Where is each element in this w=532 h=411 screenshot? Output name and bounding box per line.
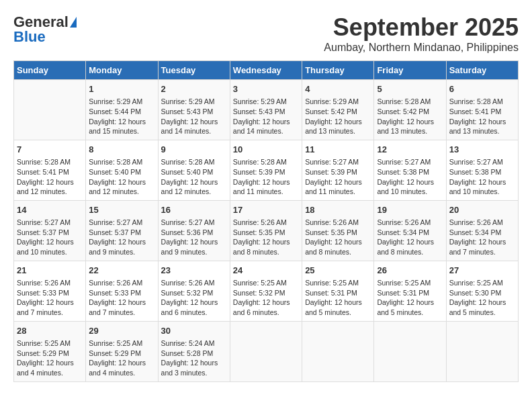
calendar-weekday-header: Wednesday <box>230 61 302 80</box>
day-number: 27 <box>449 265 515 277</box>
day-info: Sunrise: 5:25 AM Sunset: 5:32 PM Dayligh… <box>233 278 299 318</box>
calendar-week-row: 7Sunrise: 5:28 AM Sunset: 5:41 PM Daylig… <box>14 140 519 200</box>
day-info: Sunrise: 5:28 AM Sunset: 5:40 PM Dayligh… <box>161 157 227 197</box>
calendar-day-cell: 3Sunrise: 5:29 AM Sunset: 5:43 PM Daylig… <box>230 80 302 140</box>
calendar-day-cell: 17Sunrise: 5:26 AM Sunset: 5:35 PM Dayli… <box>230 200 302 261</box>
title-block: September 2025 Aumbay, Northern Mindanao… <box>324 13 519 54</box>
day-number: 28 <box>17 325 83 337</box>
day-info: Sunrise: 5:26 AM Sunset: 5:34 PM Dayligh… <box>377 218 443 257</box>
day-number: 16 <box>161 204 227 216</box>
day-number: 7 <box>17 144 83 156</box>
day-number: 2 <box>161 83 227 95</box>
location-text: Aumbay, Northern Mindanao, Philippines <box>324 42 519 54</box>
calendar-day-cell: 22Sunrise: 5:26 AM Sunset: 5:33 PM Dayli… <box>86 261 158 321</box>
calendar-day-cell: 26Sunrise: 5:25 AM Sunset: 5:31 PM Dayli… <box>374 261 446 321</box>
day-info: Sunrise: 5:28 AM Sunset: 5:41 PM Dayligh… <box>17 157 83 197</box>
calendar-day-cell: 21Sunrise: 5:26 AM Sunset: 5:33 PM Dayli… <box>14 261 86 321</box>
day-info: Sunrise: 5:27 AM Sunset: 5:38 PM Dayligh… <box>377 157 443 197</box>
day-info: Sunrise: 5:26 AM Sunset: 5:33 PM Dayligh… <box>89 278 154 318</box>
calendar-day-cell: 15Sunrise: 5:27 AM Sunset: 5:37 PM Dayli… <box>86 200 158 261</box>
calendar-day-cell: 19Sunrise: 5:26 AM Sunset: 5:34 PM Dayli… <box>374 200 446 261</box>
day-number: 18 <box>305 204 371 216</box>
day-number: 20 <box>449 204 515 216</box>
calendar-day-cell: 8Sunrise: 5:28 AM Sunset: 5:40 PM Daylig… <box>86 140 158 200</box>
day-number: 29 <box>89 325 154 337</box>
calendar-weekday-header: Friday <box>374 61 446 80</box>
calendar-day-cell: 2Sunrise: 5:29 AM Sunset: 5:43 PM Daylig… <box>158 80 230 140</box>
day-number: 13 <box>449 144 515 156</box>
calendar-table: SundayMondayTuesdayWednesdayThursdayFrid… <box>13 60 519 382</box>
day-info: Sunrise: 5:26 AM Sunset: 5:33 PM Dayligh… <box>17 278 83 318</box>
calendar-weekday-header: Sunday <box>14 61 86 80</box>
day-info: Sunrise: 5:28 AM Sunset: 5:41 PM Dayligh… <box>449 97 515 136</box>
calendar-day-cell <box>14 80 86 140</box>
day-info: Sunrise: 5:24 AM Sunset: 5:28 PM Dayligh… <box>161 338 227 378</box>
day-number: 14 <box>17 204 83 216</box>
calendar-day-cell: 30Sunrise: 5:24 AM Sunset: 5:28 PM Dayli… <box>158 321 230 381</box>
day-number: 4 <box>305 83 371 95</box>
day-info: Sunrise: 5:28 AM Sunset: 5:40 PM Dayligh… <box>89 157 154 197</box>
calendar-day-cell: 6Sunrise: 5:28 AM Sunset: 5:41 PM Daylig… <box>446 80 518 140</box>
day-number: 24 <box>233 265 299 277</box>
day-info: Sunrise: 5:29 AM Sunset: 5:44 PM Dayligh… <box>89 97 154 136</box>
day-number: 19 <box>377 204 443 216</box>
day-info: Sunrise: 5:25 AM Sunset: 5:29 PM Dayligh… <box>89 338 154 378</box>
day-info: Sunrise: 5:29 AM Sunset: 5:43 PM Dayligh… <box>161 97 227 136</box>
calendar-header-row: SundayMondayTuesdayWednesdayThursdayFrid… <box>14 61 519 80</box>
calendar-weekday-header: Saturday <box>446 61 518 80</box>
logo: General Blue <box>13 13 77 46</box>
day-info: Sunrise: 5:27 AM Sunset: 5:37 PM Dayligh… <box>89 218 154 257</box>
calendar-week-row: 1Sunrise: 5:29 AM Sunset: 5:44 PM Daylig… <box>14 80 519 140</box>
calendar-day-cell: 7Sunrise: 5:28 AM Sunset: 5:41 PM Daylig… <box>14 140 86 200</box>
day-number: 21 <box>17 265 83 277</box>
day-info: Sunrise: 5:27 AM Sunset: 5:38 PM Dayligh… <box>449 157 515 197</box>
day-info: Sunrise: 5:27 AM Sunset: 5:39 PM Dayligh… <box>305 157 371 197</box>
day-number: 6 <box>449 83 515 95</box>
day-number: 26 <box>377 265 443 277</box>
calendar-body: 1Sunrise: 5:29 AM Sunset: 5:44 PM Daylig… <box>14 80 519 382</box>
calendar-day-cell: 5Sunrise: 5:28 AM Sunset: 5:42 PM Daylig… <box>374 80 446 140</box>
calendar-day-cell: 28Sunrise: 5:25 AM Sunset: 5:29 PM Dayli… <box>14 321 86 381</box>
calendar-day-cell: 11Sunrise: 5:27 AM Sunset: 5:39 PM Dayli… <box>302 140 374 200</box>
month-title: September 2025 <box>324 13 519 42</box>
calendar-day-cell: 27Sunrise: 5:25 AM Sunset: 5:30 PM Dayli… <box>446 261 518 321</box>
day-info: Sunrise: 5:25 AM Sunset: 5:29 PM Dayligh… <box>17 338 83 378</box>
calendar-day-cell: 12Sunrise: 5:27 AM Sunset: 5:38 PM Dayli… <box>374 140 446 200</box>
day-info: Sunrise: 5:25 AM Sunset: 5:31 PM Dayligh… <box>305 278 371 318</box>
day-number: 1 <box>89 83 154 95</box>
day-info: Sunrise: 5:29 AM Sunset: 5:43 PM Dayligh… <box>233 97 299 136</box>
calendar-weekday-header: Monday <box>86 61 158 80</box>
day-info: Sunrise: 5:26 AM Sunset: 5:34 PM Dayligh… <box>449 218 515 257</box>
calendar-weekday-header: Thursday <box>302 61 374 80</box>
day-number: 30 <box>161 325 227 337</box>
calendar-week-row: 14Sunrise: 5:27 AM Sunset: 5:37 PM Dayli… <box>14 200 519 261</box>
calendar-day-cell: 1Sunrise: 5:29 AM Sunset: 5:44 PM Daylig… <box>86 80 158 140</box>
logo-triangle-icon <box>70 17 77 28</box>
calendar-day-cell <box>446 321 518 381</box>
calendar-day-cell: 10Sunrise: 5:28 AM Sunset: 5:39 PM Dayli… <box>230 140 302 200</box>
day-number: 17 <box>233 204 299 216</box>
calendar-day-cell: 13Sunrise: 5:27 AM Sunset: 5:38 PM Dayli… <box>446 140 518 200</box>
calendar-day-cell: 4Sunrise: 5:29 AM Sunset: 5:42 PM Daylig… <box>302 80 374 140</box>
calendar-day-cell: 16Sunrise: 5:27 AM Sunset: 5:36 PM Dayli… <box>158 200 230 261</box>
day-info: Sunrise: 5:25 AM Sunset: 5:31 PM Dayligh… <box>377 278 443 318</box>
day-number: 11 <box>305 144 371 156</box>
day-number: 23 <box>161 265 227 277</box>
page-header: General Blue September 2025 Aumbay, Nort… <box>13 13 519 54</box>
calendar-day-cell: 9Sunrise: 5:28 AM Sunset: 5:40 PM Daylig… <box>158 140 230 200</box>
calendar-day-cell <box>302 321 374 381</box>
calendar-day-cell: 18Sunrise: 5:26 AM Sunset: 5:35 PM Dayli… <box>302 200 374 261</box>
day-info: Sunrise: 5:26 AM Sunset: 5:32 PM Dayligh… <box>161 278 227 318</box>
logo-text-blue: Blue <box>13 28 46 46</box>
calendar-weekday-header: Tuesday <box>158 61 230 80</box>
day-info: Sunrise: 5:27 AM Sunset: 5:36 PM Dayligh… <box>161 218 227 257</box>
calendar-day-cell: 23Sunrise: 5:26 AM Sunset: 5:32 PM Dayli… <box>158 261 230 321</box>
day-info: Sunrise: 5:29 AM Sunset: 5:42 PM Dayligh… <box>305 97 371 136</box>
calendar-day-cell: 24Sunrise: 5:25 AM Sunset: 5:32 PM Dayli… <box>230 261 302 321</box>
day-number: 8 <box>89 144 154 156</box>
day-number: 10 <box>233 144 299 156</box>
day-number: 25 <box>305 265 371 277</box>
calendar-day-cell: 25Sunrise: 5:25 AM Sunset: 5:31 PM Dayli… <box>302 261 374 321</box>
calendar-day-cell: 20Sunrise: 5:26 AM Sunset: 5:34 PM Dayli… <box>446 200 518 261</box>
day-number: 12 <box>377 144 443 156</box>
